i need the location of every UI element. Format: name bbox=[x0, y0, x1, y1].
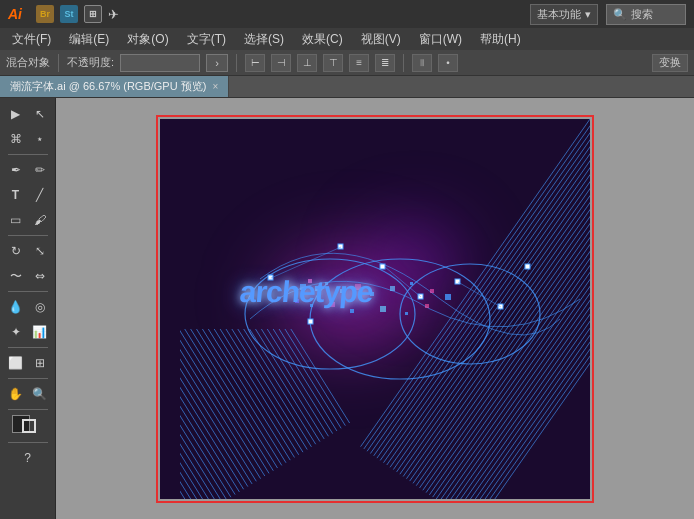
main-area: ▶ ↖ ⌘ ⋆ ✒ ✏ T ╱ ▭ 🖌 ↻ ⤡ 〜 ⇔ 💧 bbox=[0, 98, 694, 519]
svg-rect-101 bbox=[445, 294, 451, 300]
hand-tool[interactable]: ✋ bbox=[4, 382, 28, 406]
warp-tool[interactable]: 〜 bbox=[4, 264, 28, 288]
canvas-wrapper: archetype bbox=[160, 119, 590, 499]
scale-tool[interactable]: ⤡ bbox=[28, 239, 52, 263]
magic-wand-tool[interactable]: ⋆ bbox=[28, 127, 52, 151]
svg-rect-107 bbox=[405, 312, 408, 315]
canvas-area[interactable]: archetype bbox=[56, 98, 694, 519]
tool-separator-2 bbox=[8, 235, 48, 236]
tool-row-pen: ✒ ✏ bbox=[4, 158, 52, 182]
transform-button[interactable]: 变换 bbox=[652, 54, 688, 72]
symbol-tool[interactable]: ✦ bbox=[4, 320, 28, 344]
distribute-v-btn[interactable]: ⦁ bbox=[438, 54, 458, 72]
opacity-input[interactable] bbox=[120, 54, 200, 72]
tool-row-type: T ╱ bbox=[4, 183, 52, 207]
menu-help[interactable]: 帮助(H) bbox=[472, 29, 529, 50]
document-tab[interactable]: 潮流字体.ai @ 66.67% (RGB/GPU 预览) × bbox=[0, 76, 229, 97]
distribute-h-btn[interactable]: ⦀ bbox=[412, 54, 432, 72]
align-bottom-btn[interactable]: ≣ bbox=[375, 54, 395, 72]
brush-tool[interactable]: 🖌 bbox=[28, 208, 52, 232]
svg-rect-83 bbox=[380, 264, 385, 269]
tool-separator-3 bbox=[8, 291, 48, 292]
send-icon[interactable]: ✈ bbox=[108, 7, 119, 22]
width-tool[interactable]: ⇔ bbox=[28, 264, 52, 288]
direct-select-tool[interactable]: ↖ bbox=[28, 102, 52, 126]
tool-separator-7 bbox=[8, 442, 48, 443]
search-box[interactable]: 🔍 搜索 bbox=[606, 4, 686, 25]
align-middle-btn[interactable]: ≡ bbox=[349, 54, 369, 72]
tool-separator-5 bbox=[8, 378, 48, 379]
menu-object[interactable]: 对象(O) bbox=[119, 29, 176, 50]
stroke-color[interactable] bbox=[22, 419, 36, 433]
blend-tool[interactable]: ◎ bbox=[28, 295, 52, 319]
tool-separator-1 bbox=[8, 154, 48, 155]
menu-edit[interactable]: 编辑(E) bbox=[61, 29, 117, 50]
divider1 bbox=[58, 54, 59, 72]
opacity-arrow[interactable]: › bbox=[206, 54, 228, 72]
blend-label: 混合对象 bbox=[6, 55, 50, 70]
eyedropper-tool[interactable]: 💧 bbox=[4, 295, 28, 319]
menu-select[interactable]: 选择(S) bbox=[236, 29, 292, 50]
canvas-content[interactable]: archetype bbox=[160, 119, 590, 499]
tool-row-artboard: ⬜ ⊞ bbox=[4, 351, 52, 375]
tab-close-button[interactable]: × bbox=[212, 81, 218, 92]
svg-rect-99 bbox=[410, 282, 413, 285]
workspace-dropdown[interactable]: 基本功能 ▾ bbox=[530, 4, 598, 25]
tool-separator-6 bbox=[8, 409, 48, 410]
search-placeholder: 搜索 bbox=[631, 7, 653, 22]
tool-row-lasso: ⌘ ⋆ bbox=[4, 127, 52, 151]
chevron-down-icon: ▾ bbox=[585, 8, 591, 21]
tool-row-graph: ✦ 📊 bbox=[4, 320, 52, 344]
type-tool[interactable]: T bbox=[4, 183, 28, 207]
align-right-btn[interactable]: ⊥ bbox=[297, 54, 317, 72]
pencil-tool[interactable]: ✏ bbox=[28, 158, 52, 182]
zoom-tool[interactable]: 🔍 bbox=[28, 382, 52, 406]
tool-separator-4 bbox=[8, 347, 48, 348]
tool-row-blend: 💧 ◎ bbox=[4, 295, 52, 319]
slice-tool[interactable]: ⊞ bbox=[28, 351, 52, 375]
svg-rect-106 bbox=[380, 306, 386, 312]
svg-rect-98 bbox=[390, 286, 395, 291]
tool-row-hand: ✋ 🔍 bbox=[4, 382, 52, 406]
tab-bar: 潮流字体.ai @ 66.67% (RGB/GPU 预览) × bbox=[0, 76, 694, 98]
svg-rect-108 bbox=[425, 304, 429, 308]
menu-bar: 文件(F) 编辑(E) 对象(O) 文字(T) 选择(S) 效果(C) 视图(V… bbox=[0, 28, 694, 50]
color-boxes[interactable] bbox=[12, 415, 44, 437]
align-top-btn[interactable]: ⊤ bbox=[323, 54, 343, 72]
menu-effect[interactable]: 效果(C) bbox=[294, 29, 351, 50]
tab-title: 潮流字体.ai @ 66.67% (RGB/GPU 预览) bbox=[10, 79, 206, 94]
rect-tool[interactable]: ▭ bbox=[4, 208, 28, 232]
select-tool[interactable]: ▶ bbox=[4, 102, 28, 126]
app-switcher: Br St ⊞ ✈ bbox=[36, 5, 119, 23]
app-logo: Ai bbox=[8, 6, 22, 22]
line-tool[interactable]: ╱ bbox=[28, 183, 52, 207]
graph-tool[interactable]: 📊 bbox=[28, 320, 52, 344]
tool-row-warp: 〜 ⇔ bbox=[4, 264, 52, 288]
left-toolbar: ▶ ↖ ⌘ ⋆ ✒ ✏ T ╱ ▭ 🖌 ↻ ⤡ 〜 ⇔ 💧 bbox=[0, 98, 56, 519]
menu-text[interactable]: 文字(T) bbox=[179, 29, 234, 50]
title-bar: Ai Br St ⊞ ✈ 基本功能 ▾ 🔍 搜索 bbox=[0, 0, 694, 28]
menu-window[interactable]: 窗口(W) bbox=[411, 29, 470, 50]
rotate-tool[interactable]: ↻ bbox=[4, 239, 28, 263]
svg-rect-100 bbox=[430, 289, 434, 293]
pen-tool[interactable]: ✒ bbox=[4, 158, 28, 182]
lasso-tool[interactable]: ⌘ bbox=[4, 127, 28, 151]
tool-row-shape: ▭ 🖌 bbox=[4, 208, 52, 232]
tool-row-rotate: ↻ ⤡ bbox=[4, 239, 52, 263]
grid-icon[interactable]: ⊞ bbox=[84, 5, 102, 23]
svg-rect-87 bbox=[525, 264, 530, 269]
artboard-tool[interactable]: ⬜ bbox=[4, 351, 28, 375]
options-bar: 混合对象 不透明度: › ⊢ ⊣ ⊥ ⊤ ≡ ≣ ⦀ ⦁ 变换 bbox=[0, 50, 694, 76]
opacity-label: 不透明度: bbox=[67, 55, 114, 70]
menu-file[interactable]: 文件(F) bbox=[4, 29, 59, 50]
align-left-btn[interactable]: ⊢ bbox=[245, 54, 265, 72]
artwork-text: archetype bbox=[238, 269, 374, 311]
align-center-h-btn[interactable]: ⊣ bbox=[271, 54, 291, 72]
tool-row-select: ▶ ↖ bbox=[4, 102, 52, 126]
menu-view[interactable]: 视图(V) bbox=[353, 29, 409, 50]
divider2 bbox=[236, 54, 237, 72]
bridge-icon[interactable]: Br bbox=[36, 5, 54, 23]
help-button[interactable]: ? bbox=[4, 446, 52, 470]
stock-icon[interactable]: St bbox=[60, 5, 78, 23]
divider3 bbox=[403, 54, 404, 72]
